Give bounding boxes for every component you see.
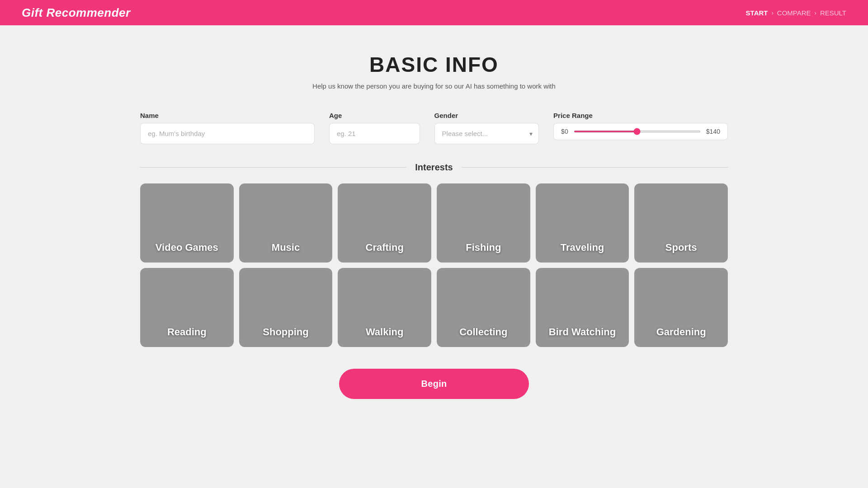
logo: Gift Recommender — [22, 6, 131, 20]
interests-line-right — [462, 167, 728, 168]
nav-steps: START › COMPARE › RESULT — [746, 9, 846, 17]
interest-label-walking: Walking — [338, 319, 431, 347]
age-group: Age — [329, 112, 420, 144]
interest-card-bird-watching[interactable]: Bird Watching — [536, 268, 629, 347]
interests-grid: Video GamesMusicCraftingFishingTraveling… — [140, 183, 728, 347]
interest-card-fishing[interactable]: Fishing — [437, 183, 530, 263]
price-max-label: $140 — [706, 128, 720, 135]
interest-card-reading[interactable]: Reading — [140, 268, 234, 347]
name-label: Name — [140, 112, 315, 119]
name-group: Name — [140, 112, 315, 144]
interest-card-walking[interactable]: Walking — [338, 268, 431, 347]
interest-label-shopping: Shopping — [239, 319, 333, 347]
age-label: Age — [329, 112, 420, 119]
interests-line-left — [140, 167, 406, 168]
gender-label: Gender — [434, 112, 539, 119]
nav-start[interactable]: START — [746, 9, 768, 17]
interest-card-sports[interactable]: Sports — [634, 183, 728, 263]
nav-chevron-2: › — [815, 9, 816, 16]
interest-label-traveling: Traveling — [536, 235, 629, 263]
page-subtitle: Help us know the person you are buying f… — [140, 82, 728, 90]
name-input[interactable] — [140, 123, 315, 144]
interest-label-crafting: Crafting — [338, 235, 431, 263]
price-group: Price Range $0 $140 — [553, 112, 728, 140]
interest-card-crafting[interactable]: Crafting — [338, 183, 431, 263]
interest-label-collecting: Collecting — [437, 319, 530, 347]
interests-header: Interests — [140, 162, 728, 173]
interest-card-collecting[interactable]: Collecting — [437, 268, 530, 347]
interests-title: Interests — [406, 162, 462, 173]
interest-label-gardening: Gardening — [634, 319, 728, 347]
gender-select-wrapper: Please select... Male Female Non-binary … — [434, 123, 539, 144]
gender-group: Gender Please select... Male Female Non-… — [434, 112, 539, 144]
form-row: Name Age Gender Please select... Male Fe… — [140, 112, 728, 144]
header: Gift Recommender START › COMPARE › RESUL… — [0, 0, 868, 25]
nav-compare[interactable]: COMPARE — [777, 9, 811, 17]
price-range-input[interactable] — [574, 131, 701, 132]
interest-label-bird-watching: Bird Watching — [536, 319, 629, 347]
age-input[interactable] — [329, 123, 420, 144]
price-label: Price Range — [553, 112, 728, 119]
price-range-wrapper: $0 $140 — [553, 123, 728, 140]
interest-label-reading: Reading — [140, 319, 234, 347]
interest-label-fishing: Fishing — [437, 235, 530, 263]
interest-label-sports: Sports — [634, 235, 728, 263]
interest-card-shopping[interactable]: Shopping — [239, 268, 333, 347]
price-min-label: $0 — [561, 128, 568, 135]
interest-card-gardening[interactable]: Gardening — [634, 268, 728, 347]
page-title: BASIC INFO — [140, 52, 728, 77]
nav-chevron-1: › — [772, 9, 774, 16]
interest-card-music[interactable]: Music — [239, 183, 333, 263]
begin-wrapper: Begin — [140, 369, 728, 399]
nav-result[interactable]: RESULT — [820, 9, 846, 17]
main-content: BASIC INFO Help us know the person you a… — [131, 25, 737, 444]
interest-label-video-games: Video Games — [140, 235, 234, 263]
interest-card-traveling[interactable]: Traveling — [536, 183, 629, 263]
begin-button[interactable]: Begin — [339, 369, 529, 399]
interest-label-music: Music — [239, 235, 333, 263]
interest-card-video-games[interactable]: Video Games — [140, 183, 234, 263]
gender-select[interactable]: Please select... Male Female Non-binary … — [434, 123, 539, 144]
